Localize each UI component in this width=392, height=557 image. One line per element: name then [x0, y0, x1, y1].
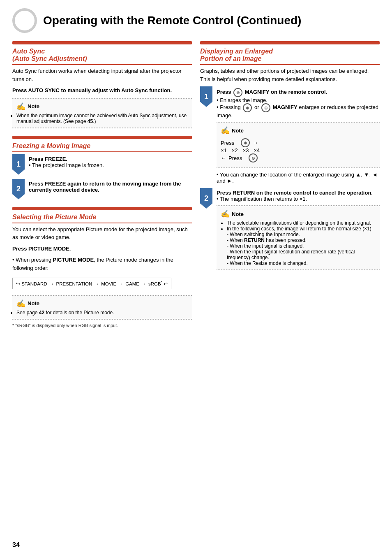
picture-mode-note-header: ✍ Note: [16, 299, 188, 308]
return-note-icon: ✍: [221, 209, 230, 218]
magnify-note-label: Note: [232, 128, 244, 134]
left-column: Auto Sync(Auto Sync Adjustment) Auto Syn…: [12, 41, 192, 335]
scale-x1: ×1: [221, 147, 227, 153]
freeze-step2-content: Press FREEZE again to return to the movi…: [29, 179, 192, 193]
press-label-minus: Press: [228, 155, 242, 161]
flow-movie: MOVIE: [101, 281, 116, 286]
scale-values: ×1 ×2 ×3 ×4: [221, 147, 376, 153]
freeze-keyword: FREEZE: [45, 156, 66, 162]
picture-mode-keyword: PICTURE MODE: [28, 246, 69, 252]
picture-mode-footnote: * "sRGB" is displayed only when RGB sign…: [12, 323, 192, 328]
magnify-step1-bullet2: • Pressing ⊕ or ⊖ MAGNIFY enlarges or re…: [217, 103, 380, 118]
return-note-header: ✍ Note: [221, 209, 376, 218]
freeze-step1-num: 1: [12, 154, 25, 175]
auto-sync-section: Auto Sync(Auto Sync Adjustment) Auto Syn…: [12, 41, 192, 128]
flow-arrow-4: →: [141, 281, 146, 286]
picture-mode-note-list: See page 42 for details on the Picture m…: [16, 310, 188, 316]
magnify-step1: 1 Press ⊚ MAGNIFY on the remote control.…: [200, 86, 380, 184]
picture-mode-press: Press PICTURE MODE.: [12, 245, 192, 253]
freeze-step1-text: Press FREEZE.: [29, 156, 192, 162]
auto-sync-title: Auto Sync(Auto Sync Adjustment): [12, 48, 192, 65]
picture-mode-section: Selecting the Picture Mode You can selec…: [12, 207, 192, 328]
flow-arrow-up: ↩: [164, 281, 168, 286]
flow-standard: STANDARD: [21, 281, 47, 286]
flow-game: GAME: [125, 281, 139, 286]
return-keyword: RETURN: [233, 190, 255, 196]
picture-mode-note: ✍ Note See page 42 for details on the Pi…: [12, 295, 192, 320]
magnify-scale-diagram: Press ⊕ → ×1 ×2 ×3 ×4 ←: [221, 137, 376, 164]
note-icon: ✍: [16, 102, 25, 111]
display-enlarged-body: Graphs, tables and other portions of pro…: [200, 67, 380, 83]
scale-row-minus: ← Press ⊖: [221, 153, 376, 162]
scale-row-plus: Press ⊕ →: [221, 138, 376, 147]
freeze-step1: 1 Press FREEZE. • The projected image is…: [12, 154, 192, 175]
freeze-keyword-2: FREEZE: [45, 181, 66, 187]
main-columns: Auto Sync(Auto Sync Adjustment) Auto Syn…: [12, 41, 380, 335]
return-note-item-1: The selectable magnifications differ dep…: [227, 220, 376, 226]
picture-mode-title: Selecting the Picture Mode: [12, 214, 192, 223]
display-enlarged-header-bar: [200, 41, 380, 44]
display-enlarged-title: Displaying an EnlargedPortion of an Imag…: [200, 48, 380, 65]
scale-left-arrow: ←: [221, 155, 226, 161]
freeze-section: Freezing a Moving Image 1 Press FREEZE. …: [12, 136, 192, 200]
auto-sync-press: Press AUTO SYNC to manually adjust with …: [12, 86, 192, 95]
auto-sync-note-item-1: When the optimum image cannot be achieve…: [16, 113, 188, 124]
header-circle-decoration: [12, 8, 37, 33]
magnify-step1-text: Press ⊚ MAGNIFY on the remote control.: [217, 88, 380, 97]
magnify-step1-content: Press ⊚ MAGNIFY on the remote control. •…: [217, 86, 380, 184]
picture-mode-header-bar: [12, 207, 192, 210]
freeze-step1-sub: • The projected image is frozen.: [29, 162, 192, 168]
auto-sync-keyword: AUTO SYNC: [28, 87, 60, 93]
magnify-change-location: • You can change the location of the enl…: [217, 172, 380, 184]
scale-right-arrow: →: [253, 139, 258, 146]
return-step2-note: ✍ Note The selectable magnifications dif…: [217, 205, 380, 270]
freeze-step1-content: Press FREEZE. • The projected image is f…: [29, 154, 192, 168]
freeze-step2-text: Press FREEZE again to return to the movi…: [29, 181, 192, 193]
magnify-step1-num: 1: [200, 86, 212, 107]
freeze-header-bar: [12, 136, 192, 139]
return-step2-text: Press RETURN on the remote control to ca…: [217, 190, 380, 196]
magnify-step1-note-header: ✍ Note: [221, 126, 376, 135]
picture-mode-note-label: Note: [28, 300, 39, 306]
magnify-keyword: MAGNIFY: [245, 89, 270, 95]
auto-sync-note-label: Note: [28, 103, 39, 109]
flow-srgb: sRGB*: [148, 281, 162, 286]
return-note-list: The selectable magnifications differ dep…: [227, 220, 376, 266]
magnify-note-icon: ✍: [221, 126, 230, 135]
scale-x3: ×3: [243, 147, 249, 153]
flow-arrow-3: →: [118, 281, 123, 286]
scale-minus-btn: ⊖: [249, 153, 258, 162]
auto-sync-header-bar: [12, 41, 192, 44]
freeze-title: Freezing a Moving Image: [12, 142, 192, 152]
auto-sync-note-header: ✍ Note: [16, 102, 188, 111]
freeze-step2-num: 2: [12, 179, 25, 200]
picture-mode-flow: ↪ STANDARD → PRESENTATION → MOVIE → GAME…: [12, 278, 171, 289]
flow-arrow-2: →: [94, 281, 99, 286]
page-number: 34: [12, 541, 20, 549]
magnify-btn-icon: ⊚: [233, 88, 242, 97]
page-title: Operating with the Remote Control (Conti…: [43, 14, 301, 27]
auto-sync-note-list: When the optimum image cannot be achieve…: [16, 113, 188, 124]
page-header: Operating with the Remote Control (Conti…: [12, 8, 380, 33]
scale-plus-btn: ⊕: [241, 138, 250, 147]
return-note-label: Note: [232, 211, 244, 217]
page: Operating with the Remote Control (Conti…: [0, 0, 392, 557]
auto-sync-body: Auto Sync function works when detecting …: [12, 67, 192, 83]
return-step2: 2 Press RETURN on the remote control to …: [200, 188, 380, 274]
freeze-step2: 2 Press FREEZE again to return to the mo…: [12, 179, 192, 200]
magnify-plus-icon: ⊕: [243, 103, 252, 112]
press-label-plus: Press: [221, 140, 234, 146]
magnify-step1-note: ✍ Note Press ⊕ → ×1 ×2: [217, 122, 380, 168]
flow-arrow-start: ↪: [16, 281, 20, 286]
picture-mode-body: You can select the appropriate Picture m…: [12, 225, 192, 241]
picture-mode-note-icon: ✍: [16, 299, 25, 308]
flow-arrow-1: →: [49, 281, 54, 286]
display-enlarged-section: Displaying an EnlargedPortion of an Imag…: [200, 41, 380, 274]
return-step2-content: Press RETURN on the remote control to ca…: [217, 188, 380, 274]
flow-presentation: PRESENTATION: [56, 281, 92, 286]
auto-sync-note: ✍ Note When the optimum image cannot be …: [12, 98, 192, 128]
scale-x4: ×4: [254, 147, 260, 153]
magnify-minus-icon: ⊖: [261, 103, 270, 112]
scale-x2: ×2: [232, 147, 238, 153]
return-step2-num: 2: [200, 188, 212, 209]
